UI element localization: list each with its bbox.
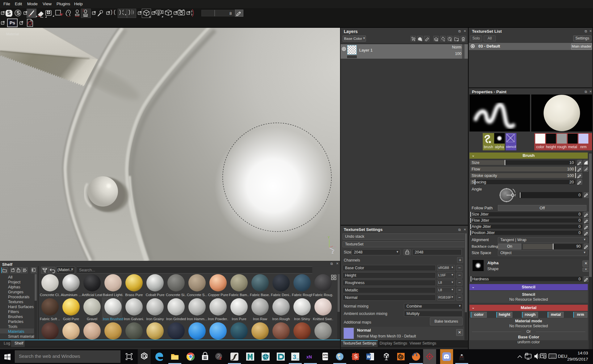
svg-text:W: W bbox=[367, 355, 371, 359]
svg-text:x: x bbox=[334, 245, 336, 248]
svg-text:MAX: MAX bbox=[296, 358, 300, 360]
svg-text:Y: Y bbox=[328, 236, 330, 239]
svg-text:xN: xN bbox=[306, 354, 312, 359]
svg-text:GAMES: GAMES bbox=[323, 357, 329, 358]
svg-text:2: 2 bbox=[219, 356, 221, 361]
svg-text:3: 3 bbox=[293, 354, 296, 360]
svg-text:Z: Z bbox=[332, 251, 334, 254]
svg-text:Material: Material bbox=[6, 32, 19, 36]
svg-text:EPIC: EPIC bbox=[323, 354, 329, 356]
